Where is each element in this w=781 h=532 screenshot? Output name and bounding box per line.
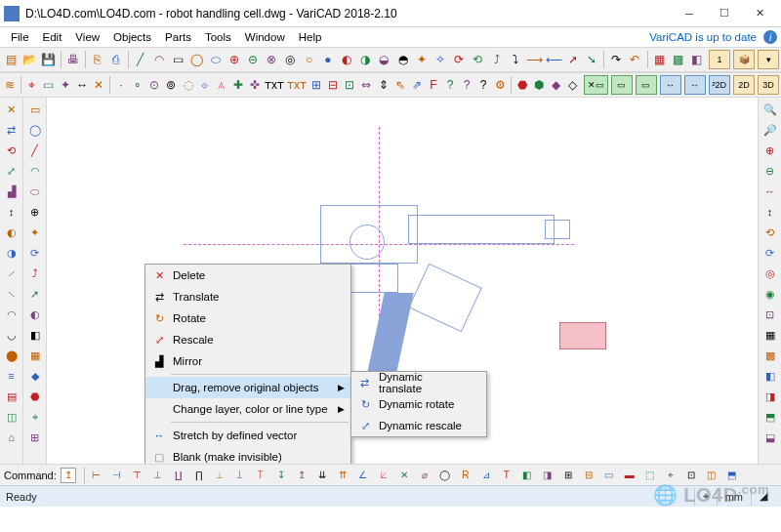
toolbar-button[interactable]: ⌖: [24, 74, 40, 96]
menu-tools[interactable]: Tools: [198, 29, 238, 45]
toolbar-button[interactable]: ·: [113, 74, 129, 96]
toolbar-button[interactable]: ⇈: [333, 466, 352, 485]
drawing-canvas[interactable]: ✕Delete⇄Translate↻Rotate⤢Rescale▟MirrorD…: [47, 98, 758, 464]
toolbar-button[interactable]: ⊟: [579, 466, 598, 485]
toolbar-button[interactable]: ⬣: [25, 387, 45, 406]
toolbar-button[interactable]: ◑: [2, 243, 21, 263]
toolbar-button[interactable]: 🖶: [63, 49, 81, 70]
toolbar-chip[interactable]: ✕▭: [584, 75, 608, 95]
toolbar-button[interactable]: ◫: [2, 407, 21, 427]
toolbar-button[interactable]: ⇔: [358, 74, 374, 96]
toolbar-button[interactable]: ◎: [760, 264, 780, 283]
toolbar-button[interactable]: ⇗: [409, 74, 425, 96]
toolbar-button[interactable]: ⤵: [507, 49, 524, 70]
toolbar-button[interactable]: ⊥: [148, 466, 168, 485]
toolbar-button[interactable]: ⇄: [2, 120, 21, 140]
toolbar-button[interactable]: ⟵: [545, 49, 563, 70]
toolbar-button[interactable]: ╱: [25, 141, 45, 160]
toolbar-button[interactable]: ⟙: [251, 466, 270, 485]
toolbar-button[interactable]: ✜: [247, 74, 263, 96]
toolbar-button[interactable]: ⊡: [342, 74, 357, 96]
toolbar-button[interactable]: ◧: [25, 325, 45, 345]
toolbar-button[interactable]: ◧: [688, 49, 706, 70]
toolbar-button[interactable]: ⤢: [2, 161, 21, 181]
toolbar-button[interactable]: ◨: [538, 466, 557, 485]
toolbar-button[interactable]: ▦: [650, 49, 668, 70]
toolbar-chip[interactable]: ▾: [758, 50, 779, 69]
context-menu-item[interactable]: ▟Mirror: [145, 350, 350, 372]
toolbar-button[interactable]: ∐: [169, 466, 188, 485]
toolbar-button[interactable]: ?: [459, 74, 474, 96]
toolbar-button[interactable]: ⊖: [244, 49, 262, 70]
toolbar-button[interactable]: ⬢: [531, 74, 547, 96]
toolbar-button[interactable]: ◯: [435, 466, 455, 485]
menu-file[interactable]: File: [4, 29, 36, 45]
toolbar-button[interactable]: ✦: [413, 49, 431, 70]
toolbar-button[interactable]: ✦: [25, 223, 45, 242]
toolbar-button[interactable]: ↔: [74, 74, 90, 96]
toolbar-button[interactable]: ◯: [25, 120, 45, 140]
toolbar-chip[interactable]: 1: [709, 50, 730, 69]
toolbar-button[interactable]: ▩: [760, 346, 780, 365]
toolbar-button[interactable]: ✕: [2, 100, 21, 119]
toolbar-button[interactable]: ◧: [760, 366, 780, 386]
toolbar-chip[interactable]: ↔: [684, 75, 706, 95]
toolbar-button[interactable]: ⟂: [210, 466, 229, 485]
toolbar-button[interactable]: ↷: [607, 49, 625, 70]
toolbar-button[interactable]: ↔: [760, 182, 780, 201]
menu-window[interactable]: Window: [238, 29, 292, 45]
menu-parts[interactable]: Parts: [158, 29, 198, 45]
toolbar-button[interactable]: ⟑: [214, 74, 229, 96]
close-button[interactable]: ✕: [742, 2, 777, 25]
context-menu-item[interactable]: Change layer, color or line type▶: [145, 398, 350, 420]
toolbar-button[interactable]: ⊣: [107, 466, 127, 485]
toolbar-button[interactable]: ⟲: [760, 223, 780, 242]
menu-view[interactable]: View: [68, 29, 106, 45]
toolbar-button[interactable]: ᴛxᴛ: [264, 74, 285, 96]
toolbar-button[interactable]: ▦: [760, 325, 780, 345]
toolbar-button[interactable]: ⤴: [25, 264, 45, 283]
toolbar-button[interactable]: ◑: [356, 49, 374, 70]
toolbar-button[interactable]: ⊗: [263, 49, 280, 70]
toolbar-button[interactable]: ∏: [189, 466, 209, 485]
context-menu-item[interactable]: ✕Delete: [145, 265, 350, 286]
toolbar-button[interactable]: ⊞: [25, 428, 45, 447]
view-tab[interactable]: 3D: [758, 75, 779, 95]
toolbar-button[interactable]: ⟋: [2, 264, 21, 283]
toolbar-button[interactable]: ▤: [2, 387, 21, 406]
toolbar-button[interactable]: ⎘: [88, 49, 105, 70]
submenu-item[interactable]: ↻Dynamic rotate: [351, 393, 486, 415]
toolbar-button[interactable]: ⬣: [514, 74, 530, 96]
toolbar-chip[interactable]: ▭: [636, 75, 657, 95]
toolbar-button[interactable]: 🔎: [760, 120, 780, 140]
toolbar-chip[interactable]: 📦: [733, 50, 755, 69]
toolbar-chip[interactable]: ▭: [611, 75, 633, 95]
toolbar-button[interactable]: ⎙: [107, 49, 125, 70]
toolbar-button[interactable]: ⊡: [760, 305, 780, 324]
toolbar-button[interactable]: ▩: [670, 49, 687, 70]
submenu-item[interactable]: ⤢Dynamic rescale: [351, 415, 486, 436]
context-menu-item[interactable]: ⇄Translate: [145, 286, 350, 307]
toolbar-button[interactable]: ⬒: [760, 407, 780, 427]
toolbar-button[interactable]: ∠: [353, 466, 373, 485]
toolbar-button[interactable]: ⇖: [392, 74, 408, 96]
toolbar-button[interactable]: ▦: [25, 346, 45, 365]
toolbar-button[interactable]: ⌖: [25, 407, 45, 427]
toolbar-button[interactable]: ⟀: [374, 466, 393, 485]
toolbar-button[interactable]: ◌: [181, 74, 196, 96]
toolbar-button[interactable]: ⟳: [760, 243, 780, 263]
context-menu-item[interactable]: ▢Blank (make invisible): [145, 446, 350, 464]
toolbar-button[interactable]: ➚: [25, 284, 45, 304]
toolbar-button[interactable]: ⊕: [226, 49, 243, 70]
toolbar-button[interactable]: ○: [300, 49, 317, 70]
toolbar-button[interactable]: ◨: [760, 387, 780, 406]
toolbar-button[interactable]: ◐: [338, 49, 355, 70]
context-menu-item[interactable]: ⤢Rescale: [145, 329, 350, 350]
toolbar-button[interactable]: ⊞: [558, 466, 578, 485]
toolbar-button[interactable]: ◯: [187, 49, 205, 70]
toolbar-button[interactable]: ⟳: [25, 243, 45, 263]
toolbar-button[interactable]: ≡: [2, 366, 21, 386]
toolbar-button[interactable]: T: [497, 466, 516, 485]
toolbar-button[interactable]: ◓: [394, 49, 412, 70]
toolbar-button[interactable]: ◧: [517, 466, 537, 485]
